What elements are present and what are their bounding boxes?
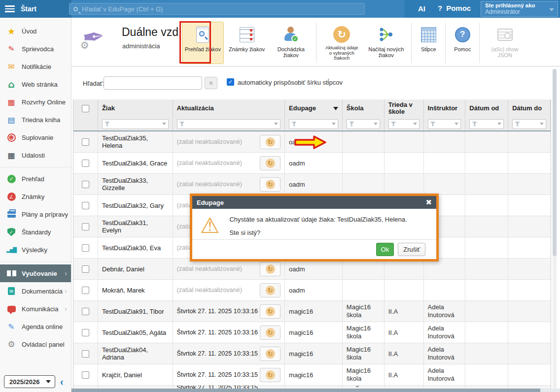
sidebar-item-vysledky[interactable]: ▂▅█Výsledky — [0, 241, 71, 259]
ai-button[interactable]: AI — [418, 4, 425, 13]
toolbar-button-znamky-ziakov[interactable]: Známky žiakov — [226, 22, 268, 64]
sidebar-item-label: Agenda online — [22, 323, 63, 330]
row-refresh-button[interactable]: ↻ — [260, 156, 280, 170]
instructor-value: Adela Inutorová — [428, 325, 461, 340]
close-icon[interactable]: ✖ — [425, 199, 432, 206]
toolbar-button-pomoc[interactable]: ?Pomoc — [450, 22, 475, 64]
refresh-icon: ↻ — [333, 26, 350, 43]
row-checkbox[interactable] — [82, 329, 89, 336]
sidebar-item-triedna-kniha[interactable]: ▤Triedna kniha — [0, 111, 71, 129]
school-year-select[interactable]: 2025/2026 — [4, 375, 55, 388]
sidebar-item-znamky[interactable]: ∠Známky — [0, 188, 71, 205]
horizontal-scrollbar[interactable] — [28, 389, 560, 392]
sidebar-item-label: Ovládací panel — [22, 341, 65, 348]
column-header-datum_do[interactable]: Dátum do — [508, 99, 551, 117]
sidebar-item-plany-a-pripravy[interactable]: Plány a prípravy — [0, 205, 71, 223]
column-header-instruktor[interactable]: Inštruktor — [424, 99, 466, 117]
student-name: Krajčír, Daniel — [102, 371, 142, 379]
row-checkbox[interactable] — [82, 265, 89, 273]
refresh-icon: ↻ — [266, 159, 275, 168]
sidebar-item-prehlad[interactable]: ✓Prehľad — [0, 170, 71, 188]
row-refresh-button[interactable]: ↻ — [260, 326, 280, 340]
sidebar-item-ovladaci-panel[interactable]: ⚙Ovládací panel — [0, 335, 71, 353]
row-refresh-button[interactable]: ↻ — [260, 368, 280, 382]
hamburger-menu-icon[interactable] — [5, 5, 15, 12]
row-checkbox[interactable] — [82, 223, 89, 230]
row-refresh-button[interactable]: ↻ — [260, 304, 280, 319]
filter-bar: Hľadať: × ✓ automaticky prispôsobiť šírk… — [71, 66, 560, 99]
horizontal-scrollbar-thumb[interactable] — [28, 389, 540, 392]
column-header-ziak[interactable]: Žiak — [98, 99, 173, 117]
refresh-icon: ↻ — [266, 349, 275, 359]
chevron-right-icon: › — [65, 269, 67, 277]
column-header-datum_od[interactable]: Dátum od — [465, 99, 508, 117]
sidebar-item-dokumentacia[interactable]: ≡Dokumentácia› — [0, 282, 71, 300]
row-checkbox[interactable] — [82, 160, 89, 167]
start-label[interactable]: Štart — [21, 5, 36, 13]
toolbar-button-nacitaj-novych-ziakov[interactable]: Načítaj nových žiakov — [365, 22, 407, 64]
column-filter-aktualizacia[interactable] — [177, 119, 280, 129]
row-refresh-button[interactable]: ↻ — [260, 135, 280, 149]
update-status-text: Štvrtok 27. 11. 2025 10:33:16 — [177, 308, 258, 315]
sidebar-item-udalosti[interactable]: ▦Udalosti — [0, 146, 71, 164]
row-refresh-button[interactable]: ↻ — [260, 177, 280, 192]
sidebar-item-agenda-online[interactable]: ✎Agenda online — [0, 318, 71, 335]
cancel-button[interactable]: Zrušiť — [398, 243, 425, 256]
column-filter-skola[interactable] — [347, 119, 380, 129]
import-tree-icon — [378, 26, 394, 43]
user-menu[interactable]: Ste prihlásený ako Administrátor — [481, 1, 558, 17]
autofit-columns-checkbox[interactable]: ✓ — [227, 78, 234, 86]
column-header-edupage[interactable]: Edupage — [285, 99, 343, 117]
warning-triangle-icon: ⚠ — [200, 215, 219, 236]
row-checkbox[interactable] — [82, 350, 89, 358]
column-filter-instruktor[interactable] — [428, 119, 461, 129]
row-refresh-button[interactable]: ↻ — [260, 283, 280, 297]
row-checkbox[interactable] — [82, 287, 89, 294]
sidebar-item-suplovanie[interactable]: ☻Suplovanie — [0, 129, 71, 146]
sidebar-item-uvod[interactable]: ★Úvod — [0, 22, 71, 40]
sidebar-item-vyucovanie[interactable]: Vyučovanie› — [0, 264, 71, 282]
column-filter-trieda[interactable] — [388, 119, 420, 129]
toolbar-button-stlpce[interactable]: Stĺpce — [416, 22, 441, 64]
row-refresh-button[interactable]: ↻ — [260, 347, 280, 361]
table-search-input[interactable] — [104, 76, 202, 90]
vertical-scrollbar[interactable] — [553, 69, 557, 389]
column-filter-datum_od[interactable] — [469, 119, 504, 129]
sidebar-item-standardy[interactable]: ✓Štandardy — [0, 223, 71, 241]
collapse-sidebar-button[interactable]: ‹ — [60, 376, 64, 388]
column-filter-ziak[interactable] — [102, 119, 169, 129]
row-checkbox[interactable] — [82, 371, 89, 379]
update-status-text: (zatial neaktualizované) — [177, 181, 242, 188]
sidebar: ★Úvod✎Sprievodca✉Notifikácie⌂Web stránka… — [0, 18, 71, 392]
sidebar-item-web-stranka[interactable]: ⌂Web stránka — [0, 75, 71, 93]
select-all-checkbox[interactable] — [82, 105, 89, 112]
column-header-trieda[interactable]: Trieda v škole — [385, 99, 424, 117]
column-header-aktualizacia[interactable]: Aktualizácia — [173, 99, 285, 117]
row-checkbox[interactable] — [82, 244, 89, 252]
table-header: ŽiakAktualizáciaEdupageŠkolaTrieda v ško… — [73, 99, 551, 131]
dialog-footer: Ok Zrušiť — [192, 239, 436, 259]
toolbar-button-prehlad-ziakov[interactable]: Prehľad žiakov — [182, 22, 224, 64]
global-search-input[interactable]: Hľadať v EduPage (Ctrl + G) — [69, 3, 365, 15]
sidebar-item-sprievodca[interactable]: ✎Sprievodca — [0, 40, 71, 58]
toolbar-button-dochadzka-ziakov[interactable]: ✓Dochádzka žiakov — [270, 22, 312, 64]
column-header-skola[interactable]: Škola — [343, 99, 385, 117]
row-checkbox[interactable] — [82, 308, 89, 315]
toolbar-button-aktualizuj-udaje[interactable]: ↻Aktualizuj údaje o vybraných žiakoch — [320, 22, 363, 64]
row-refresh-button[interactable]: ↻ — [260, 262, 280, 276]
vertical-scrollbar-thumb[interactable] — [553, 69, 557, 256]
row-checkbox[interactable] — [82, 181, 89, 188]
sidebar-item-rozvrhy-online[interactable]: ▦Rozvrhy Online — [0, 93, 71, 111]
row-checkbox[interactable] — [82, 138, 89, 146]
toolbar-button-asc-show-json[interactable]: (aSc) show JSON — [484, 22, 526, 64]
sidebar-item-notifikacie[interactable]: ✉Notifikácie — [0, 58, 71, 75]
edupage-value: oadm — [289, 181, 305, 188]
ok-button[interactable]: Ok — [376, 243, 394, 256]
row-checkbox[interactable] — [82, 202, 89, 209]
column-filter-edupage[interactable] — [289, 119, 338, 129]
clear-search-button[interactable]: × — [205, 77, 217, 89]
table-row: TestDualZiak35, Helena(zatial neaktualiz… — [73, 131, 551, 153]
help-menu-button[interactable]: ? Pomoc — [438, 4, 471, 12]
sidebar-item-komunikacia[interactable]: Komunikácia› — [0, 300, 71, 318]
column-filter-datum_do[interactable] — [512, 119, 546, 129]
